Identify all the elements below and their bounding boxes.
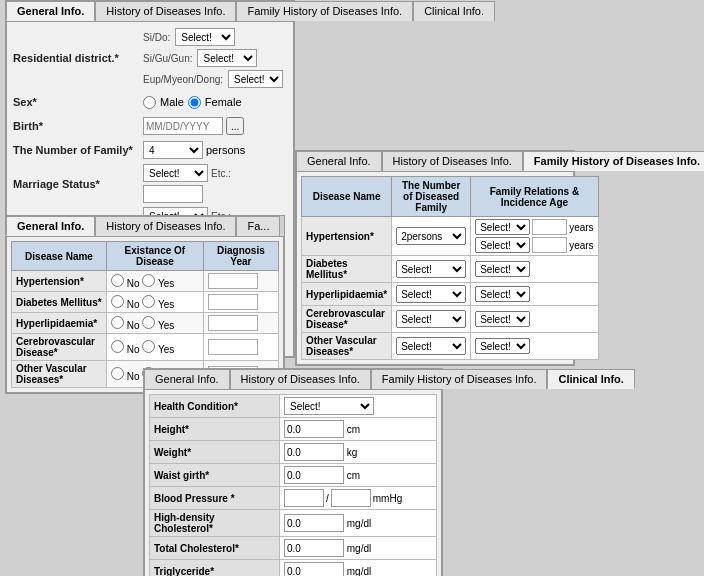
tab-history-c[interactable]: History of Diseases Info. — [230, 369, 371, 389]
family-age-input-2[interactable] — [532, 237, 567, 253]
weight-input[interactable] — [284, 443, 344, 461]
diagnosis-year-cell — [203, 334, 278, 361]
diagnosis-year-input[interactable] — [208, 339, 258, 355]
total-input[interactable] — [284, 539, 344, 557]
waist-row: Waist girth* cm — [150, 464, 437, 487]
tab-clinical[interactable]: Clinical Info. — [413, 1, 495, 21]
hdl-row: High-density Cholesterol* mg/dl — [150, 510, 437, 537]
history-table-row: Hyperlipidaemia* No Yes — [12, 313, 279, 334]
family-number-label: The Number of Family* — [13, 144, 143, 156]
no-radio[interactable] — [111, 274, 124, 287]
family-relations-cell: Select! — [471, 306, 598, 333]
birth-input[interactable] — [143, 117, 223, 135]
yes-radio[interactable] — [142, 340, 155, 353]
residential-row: Residential district.* Si/Do: Select! Si… — [13, 28, 287, 88]
birth-controls: ... — [143, 117, 244, 135]
tab-general-c[interactable]: General Info. — [144, 369, 230, 389]
family-disease-name: Other Vascular Diseases* — [302, 333, 392, 360]
tri-input[interactable] — [284, 562, 344, 576]
col-existance: Existance Of Disease — [107, 242, 204, 271]
family-number-cell: 2persons — [392, 217, 471, 256]
marriage-etc-input[interactable] — [143, 185, 203, 203]
hdl-input[interactable] — [284, 514, 344, 532]
family-age-input-1[interactable] — [532, 219, 567, 235]
disease-name-cell: Hyperlipidaemia* — [12, 313, 107, 334]
family-relation-select-1[interactable]: Select! — [475, 219, 530, 235]
marriage-label: Marriage Status* — [13, 178, 143, 190]
waist-value-cell: cm — [280, 464, 437, 487]
existance-cell: No Yes — [107, 313, 204, 334]
family-number-select[interactable]: 2persons — [396, 227, 466, 245]
family-table-row: Diabetes Mellitus* Select! Select! — [302, 256, 599, 283]
family-relation-select[interactable]: Select! — [475, 338, 530, 354]
family-disease-name: Diabetes Mellitus* — [302, 256, 392, 283]
sex-male-radio[interactable] — [143, 96, 156, 109]
existance-cell: No Yes — [107, 334, 204, 361]
family-disease-name: Hypertension* — [302, 217, 392, 256]
eup-label: Eup/Myeon/Dong: — [143, 74, 223, 85]
bp-unit: mmHg — [373, 493, 402, 504]
tab-family-h[interactable]: Fa... — [236, 216, 280, 236]
waist-unit: cm — [347, 470, 360, 481]
yes-radio[interactable] — [142, 316, 155, 329]
tab-family-c[interactable]: Family History of Diseases Info. — [371, 369, 548, 389]
family-relation-select[interactable]: Select! — [475, 286, 530, 302]
sigu-select[interactable]: Select! — [197, 49, 257, 67]
bp-systolic-input[interactable] — [284, 489, 324, 507]
waist-input[interactable] — [284, 466, 344, 484]
family-number-select[interactable]: Select! — [396, 285, 466, 303]
no-label: No — [111, 278, 140, 289]
family-table: Disease Name The Number of Diseased Fami… — [301, 176, 599, 360]
col-relations-family: Family Relations & Incidence Age — [471, 177, 598, 217]
years-label: years — [569, 222, 593, 233]
sido-select[interactable]: Select! — [175, 28, 235, 46]
family-disease-name: Cerebrovascular Disease* — [302, 306, 392, 333]
height-input[interactable] — [284, 420, 344, 438]
no-radio[interactable] — [111, 316, 124, 329]
family-table-row: Hypertension* 2persons Select! years Sel… — [302, 217, 599, 256]
diagnosis-year-input[interactable] — [208, 273, 258, 289]
disease-name-cell: Hypertension* — [12, 271, 107, 292]
weight-label: Weight* — [150, 441, 280, 464]
no-radio[interactable] — [111, 340, 124, 353]
history-table-row: Hypertension* No Yes — [12, 271, 279, 292]
no-label: No — [111, 299, 140, 310]
tab-history-f[interactable]: History of Diseases Info. — [382, 151, 523, 171]
health-label: Health Condition* — [150, 395, 280, 418]
tab-general-f[interactable]: General Info. — [296, 151, 382, 171]
tab-family-f[interactable]: Family History of Diseases Info. — [523, 151, 704, 171]
no-radio[interactable] — [111, 295, 124, 308]
tab-clinical-c[interactable]: Clinical Info. — [547, 369, 634, 389]
tri-value-cell: mg/dl — [280, 560, 437, 577]
no-radio[interactable] — [111, 367, 124, 380]
family-number-select[interactable]: Select! — [396, 310, 466, 328]
sex-female-radio[interactable] — [188, 96, 201, 109]
sigu-label: Si/Gu/Gun: — [143, 53, 192, 64]
tab-general[interactable]: General Info. — [6, 1, 95, 21]
birth-picker-button[interactable]: ... — [226, 117, 244, 135]
diagnosis-year-input[interactable] — [208, 315, 258, 331]
family-relation-select-2[interactable]: Select! — [475, 237, 530, 253]
marriage-select[interactable]: Select! — [143, 164, 208, 182]
health-select[interactable]: Select! — [284, 397, 374, 415]
diagnosis-year-input[interactable] — [208, 294, 258, 310]
tab-family[interactable]: Family History of Diseases Info. — [236, 1, 413, 21]
bp-slash: / — [326, 493, 329, 504]
tab-history[interactable]: History of Diseases Info. — [95, 1, 236, 21]
tab-history-h[interactable]: History of Diseases Info. — [95, 216, 236, 236]
col-diagnosis: Diagnosis Year — [203, 242, 278, 271]
tab-general-h[interactable]: General Info. — [6, 216, 95, 236]
total-unit: mg/dl — [347, 543, 371, 554]
yes-radio[interactable] — [142, 274, 155, 287]
sex-female-label: Female — [205, 96, 242, 108]
eup-select[interactable]: Select! — [228, 70, 283, 88]
family-number-select[interactable]: Select! — [396, 337, 466, 355]
family-number-select[interactable]: 4 — [143, 141, 203, 159]
bp-diastolic-input[interactable] — [331, 489, 371, 507]
family-relation-select[interactable]: Select! — [475, 311, 530, 327]
sido-label: Si/Do: — [143, 32, 170, 43]
family-relation-select[interactable]: Select! — [475, 261, 530, 277]
yes-radio[interactable] — [142, 295, 155, 308]
marriage-controls: Select! Etc.: — [143, 164, 287, 203]
family-number-select[interactable]: Select! — [396, 260, 466, 278]
